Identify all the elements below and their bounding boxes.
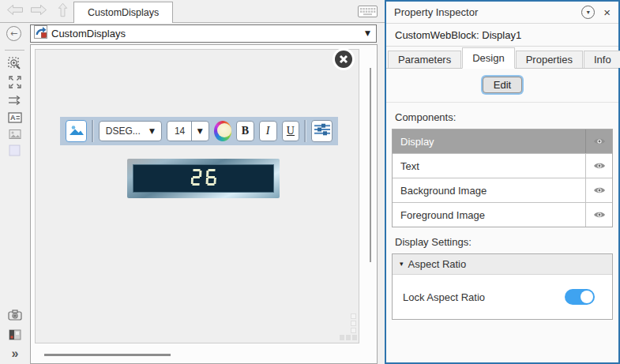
screenshot-camera-icon[interactable] — [6, 306, 24, 324]
document-tab-strip: CustomDisplays — [0, 0, 385, 23]
component-row-text[interactable]: Text — [393, 154, 612, 178]
zoom-region-icon[interactable] — [6, 55, 24, 73]
sliders-icon — [314, 123, 330, 139]
signal-routing-icon[interactable] — [6, 92, 24, 109]
display-settings-sliders-button[interactable] — [311, 120, 333, 142]
aspect-ratio-group: ▾ Aspect Ratio Lock Aspect Ratio — [392, 253, 613, 320]
back-button[interactable] — [5, 4, 25, 19]
collapse-caret-icon: ▾ — [400, 261, 404, 268]
tab-design[interactable]: Design — [462, 47, 514, 69]
horizontal-scrollbar[interactable] — [44, 354, 171, 356]
italic-button[interactable]: I — [259, 121, 277, 141]
font-size-value: 14 — [167, 126, 191, 137]
tab-properties[interactable]: Properties — [516, 51, 583, 68]
component-label: Background Image — [393, 185, 585, 197]
inspector-tabs: Parameters Design Properties Info — [386, 47, 618, 69]
chevron-down-icon: ▼ — [149, 128, 155, 135]
lock-aspect-ratio-toggle[interactable] — [565, 289, 595, 305]
document-tab-label: CustomDisplays — [88, 7, 159, 18]
panel-title: Property Inspector — [394, 6, 581, 18]
close-edit-mode-icon[interactable] — [335, 51, 352, 68]
custom-display-block[interactable] — [127, 159, 280, 198]
components-list: Display Text Background Image Foreground… — [392, 129, 613, 227]
annotation-icon[interactable]: A — [6, 109, 24, 126]
panel-menu-icon[interactable]: ▾ — [581, 6, 595, 19]
viewmarks-icon[interactable] — [6, 326, 24, 343]
model-canvas[interactable]: DSEG... ▼ 14 ▼ B I U — [30, 44, 378, 364]
area-box-icon[interactable] — [6, 142, 24, 159]
font-family-dropdown[interactable]: DSEG... ▼ — [99, 121, 162, 141]
block-identity-label: CustomWebBlock: Display1 — [386, 24, 618, 47]
components-section-label: Components: — [395, 111, 618, 123]
palette-divider — [5, 50, 24, 51]
font-size-caret[interactable]: ▼ — [191, 122, 209, 141]
up-arrow-icon — [56, 2, 70, 21]
display-format-toolbar: DSEG... ▼ 14 ▼ B I U — [60, 117, 338, 145]
breadcrumb[interactable]: CustomDisplays ▼ — [30, 24, 377, 43]
breadcrumb-model-name: CustomDisplays — [51, 28, 361, 39]
visibility-eye-icon[interactable] — [585, 154, 612, 178]
visibility-eye-icon[interactable] — [585, 203, 612, 227]
edit-button[interactable]: Edit — [483, 77, 522, 93]
property-inspector-panel: Property Inspector ▾ × CustomWebBlock: D… — [385, 0, 620, 364]
display-screen — [133, 164, 274, 193]
display-settings-label: Display Settings: — [395, 236, 618, 248]
image-button[interactable] — [66, 120, 87, 142]
toolbar-separator — [92, 120, 94, 142]
property-inspector-titlebar: Property Inspector ▾ × — [386, 2, 618, 24]
tab-parameters[interactable]: Parameters — [388, 51, 461, 68]
chevron-down-icon: ▼ — [197, 128, 203, 135]
breadcrumb-dropdown-caret-icon[interactable]: ▼ — [365, 30, 370, 37]
edit-button-row: Edit — [386, 77, 618, 93]
component-row-display[interactable]: Display — [393, 129, 612, 154]
document-tab-customdisplays[interactable]: CustomDisplays — [73, 2, 173, 23]
canvas-corner-widgets — [351, 313, 356, 333]
toggle-knob — [581, 291, 593, 303]
forward-button[interactable] — [28, 4, 49, 19]
aspect-ratio-body: Lock Aspect Ratio — [393, 275, 612, 319]
simulink-editor-window: CustomDisplays ← CustomDisplays — [0, 0, 620, 364]
insert-image-icon[interactable] — [6, 126, 24, 143]
fit-to-view-icon[interactable] — [6, 73, 24, 91]
simulink-model-icon — [34, 25, 47, 42]
up-to-parent-button[interactable] — [52, 4, 73, 19]
panel-close-icon[interactable]: × — [603, 6, 611, 18]
font-family-value: DSEG... — [106, 126, 141, 137]
image-icon — [69, 124, 85, 139]
visibility-eye-icon[interactable] — [585, 178, 612, 202]
aspect-ratio-section-header[interactable]: ▾ Aspect Ratio — [393, 254, 612, 275]
component-row-foreground-image[interactable]: Foreground Image — [393, 203, 612, 227]
component-row-background-image[interactable]: Background Image — [393, 178, 612, 203]
hide-explorer-bar-button[interactable]: ← — [6, 26, 21, 41]
vertical-scrollbar[interactable] — [370, 68, 371, 262]
editor-palette: A — [0, 44, 30, 364]
svg-text:A: A — [10, 114, 16, 122]
component-label: Foreground Image — [393, 209, 585, 221]
toolbar-separator — [304, 120, 306, 142]
circled-back-arrow-icon: ← — [10, 28, 17, 39]
back-arrow-icon — [6, 4, 24, 19]
canvas-resize-grip — [340, 335, 357, 340]
bold-button[interactable]: B — [236, 121, 254, 141]
component-label: Display — [393, 136, 585, 148]
font-color-wheel-icon[interactable] — [214, 121, 231, 141]
expand-palette-chevron-icon[interactable]: » — [6, 345, 24, 362]
component-label: Text — [393, 160, 585, 172]
lock-aspect-ratio-label: Lock Aspect Ratio — [403, 291, 485, 303]
aspect-ratio-section-title: Aspect Ratio — [408, 258, 467, 270]
tab-info[interactable]: Info — [584, 51, 620, 68]
forward-arrow-icon — [30, 4, 47, 19]
visibility-eye-icon[interactable] — [585, 129, 612, 153]
keyboard-shortcuts-icon[interactable] — [358, 6, 378, 21]
section-divider — [386, 102, 618, 103]
display-value — [191, 169, 216, 189]
font-size-dropdown[interactable]: 14 ▼ — [167, 121, 209, 141]
underline-button[interactable]: U — [282, 121, 300, 141]
